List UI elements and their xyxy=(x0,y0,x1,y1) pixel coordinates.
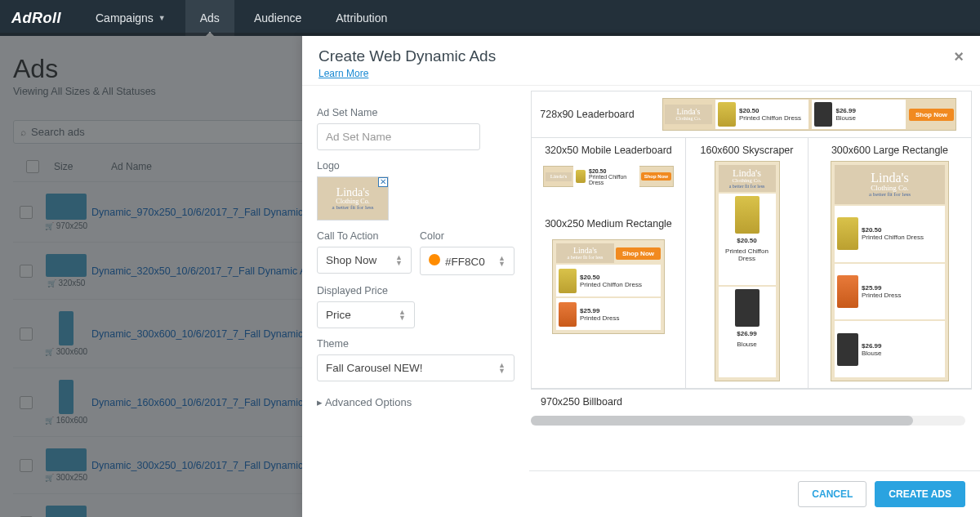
nav-campaigns-label: Campaigns xyxy=(96,11,154,25)
logo-tag: a better fit for less xyxy=(332,205,374,211)
shop-now-button: Shop Now xyxy=(909,109,954,121)
color-select[interactable]: #FF8C0 ▲▼ xyxy=(420,247,514,275)
preview-caption-970: 970x250 Billboard xyxy=(531,389,972,414)
preview-caption-728: 728x90 Leaderboard xyxy=(538,109,636,120)
nav-ads-label: Ads xyxy=(200,11,220,25)
adset-name-input[interactable]: Ad Set Name xyxy=(317,123,480,150)
label-theme: Theme xyxy=(317,338,514,350)
preview-caption-160: 160x600 Skyscraper xyxy=(701,145,794,156)
create-ads-modal: Create Web Dynamic Ads Learn More × Ad S… xyxy=(302,36,980,517)
remove-logo-icon[interactable]: ✕ xyxy=(378,177,388,187)
preview-320x50: Linda's $20.50Printed Chiffon Dress Shop… xyxy=(543,166,674,187)
nav-attribution-label: Attribution xyxy=(336,11,387,25)
preview-160x600: Linda's Clothing Co. a better fit for le… xyxy=(715,161,780,381)
price-value: Price xyxy=(326,309,351,321)
modal-title: Create Web Dynamic Ads xyxy=(318,47,496,65)
label-cta: Call To Action xyxy=(317,230,412,242)
theme-select[interactable]: Fall Carousel NEW! ▲▼ xyxy=(317,354,514,381)
stepper-icon: ▲▼ xyxy=(395,255,403,266)
nav-audience-label: Audience xyxy=(254,11,301,25)
color-value: #FF8C0 xyxy=(445,256,485,268)
price-select[interactable]: Price ▲▼ xyxy=(317,301,415,328)
nav-ads[interactable]: Ads xyxy=(185,0,234,36)
preview-grid: 728x90 Leaderboard Linda's Clothing Co. … xyxy=(531,91,972,389)
preview-300x250: Linda's a better fit for less Shop Now $… xyxy=(552,239,665,334)
adset-placeholder: Ad Set Name xyxy=(326,131,391,143)
theme-value: Fall Carousel NEW! xyxy=(326,362,423,374)
create-ads-button[interactable]: CREATE ADS xyxy=(875,481,965,507)
preview-caption-320: 320x50 Mobile Leaderboard xyxy=(545,145,672,156)
preview-300x600: Linda's Clothing Co. a better fit for le… xyxy=(831,161,949,381)
horizontal-scrollbar[interactable] xyxy=(531,416,965,426)
preview-728x90: Linda's Clothing Co. $20.50Printed Chiff… xyxy=(662,98,956,131)
stepper-icon: ▲▼ xyxy=(498,363,506,374)
stepper-icon: ▲▼ xyxy=(498,256,506,267)
color-swatch xyxy=(429,254,440,265)
cancel-button[interactable]: CANCEL xyxy=(798,481,866,507)
cta-value: Shop Now xyxy=(326,254,376,266)
advanced-options-toggle[interactable]: ▸ Advanced Options xyxy=(317,396,514,408)
logo-line1: Linda's xyxy=(336,187,370,198)
nav-campaigns[interactable]: Campaigns ▼ xyxy=(81,0,180,36)
label-color: Color xyxy=(420,230,514,242)
chevron-right-icon: ▸ xyxy=(317,396,323,408)
cta-select[interactable]: Shop Now ▲▼ xyxy=(317,247,412,274)
label-price: Displayed Price xyxy=(317,285,514,296)
nav-audience[interactable]: Audience xyxy=(239,0,316,36)
brand-logo: AdRoll xyxy=(11,10,76,27)
logo-thumbnail[interactable]: ✕ Linda's Clothing Co. a better fit for … xyxy=(317,176,389,221)
advanced-label: Advanced Options xyxy=(325,396,412,408)
nav-attribution[interactable]: Attribution xyxy=(321,0,402,36)
close-icon[interactable]: × xyxy=(954,47,964,66)
learn-more-link[interactable]: Learn More xyxy=(318,68,368,79)
label-logo: Logo xyxy=(317,160,514,172)
caret-down-icon: ▼ xyxy=(158,14,166,22)
label-adset: Ad Set Name xyxy=(317,107,514,118)
stepper-icon: ▲▼ xyxy=(399,310,406,321)
preview-caption-300x250: 300x250 Medium Rectangle xyxy=(545,218,672,230)
preview-caption-300x600: 300x600 Large Rectangle xyxy=(831,145,948,156)
